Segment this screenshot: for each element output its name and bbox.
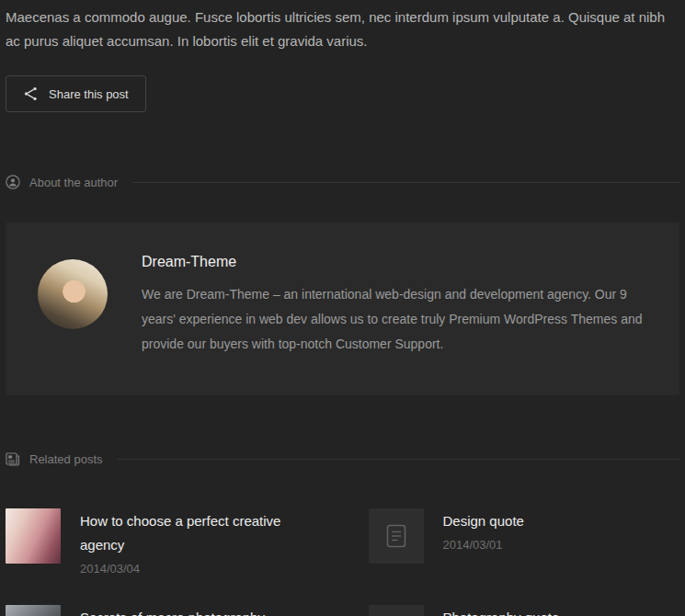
- share-button-label: Share this post: [49, 87, 129, 101]
- related-post-text: How to choose a perfect creative agency …: [80, 508, 317, 576]
- blog-post-page: Maecenas a commodo augue. Fusce lobortis…: [0, 0, 685, 616]
- related-posts-heading: Related posts: [6, 452, 679, 466]
- heading-divider: [118, 459, 680, 460]
- related-post-title[interactable]: Photography quote: [443, 606, 560, 616]
- related-post-text: Design quote 2014/03/01: [443, 508, 524, 552]
- related-post-item: Secrets of macro photography 2013/06/02: [6, 605, 317, 616]
- share-post-button[interactable]: Share this post: [6, 75, 146, 112]
- about-author-heading: About the author: [6, 175, 679, 189]
- related-post-item: How to choose a perfect creative agency …: [6, 508, 317, 576]
- related-post-item: Photography quote 2013/01/01: [369, 605, 680, 616]
- author-avatar: [38, 259, 108, 329]
- author-info: Dream-Theme We are Dream-Theme – an inte…: [142, 252, 647, 357]
- post-body-paragraph: Maecenas a commodo augue. Fusce lobortis…: [6, 6, 679, 53]
- related-post-date: 2014/03/01: [443, 538, 524, 552]
- heading-divider: [132, 182, 679, 183]
- related-posts-heading-label: Related posts: [29, 452, 103, 466]
- related-post-thumbnail[interactable]: [6, 605, 61, 616]
- related-post-text: Secrets of macro photography 2013/06/02: [80, 605, 265, 616]
- document-icon: [385, 524, 407, 548]
- related-post-item: Design quote 2014/03/01: [369, 508, 680, 576]
- related-posts-grid: How to choose a perfect creative agency …: [6, 508, 679, 616]
- related-post-title[interactable]: How to choose a perfect creative agency: [80, 509, 317, 557]
- author-box: Dream-Theme We are Dream-Theme – an inte…: [6, 222, 679, 395]
- author-name: Dream-Theme: [142, 254, 647, 270]
- author-bio: We are Dream-Theme – an international we…: [142, 282, 647, 357]
- author-icon: [6, 175, 20, 189]
- related-post-thumbnail[interactable]: [369, 605, 424, 616]
- related-post-thumbnail[interactable]: [369, 508, 424, 564]
- related-post-text: Photography quote 2013/01/01: [443, 605, 560, 616]
- related-post-thumbnail[interactable]: [6, 508, 61, 564]
- related-post-title[interactable]: Design quote: [443, 509, 524, 533]
- related-post-title[interactable]: Secrets of macro photography: [80, 606, 265, 616]
- share-icon: [23, 86, 39, 101]
- about-author-heading-label: About the author: [29, 176, 118, 189]
- related-post-date: 2014/03/04: [80, 562, 317, 576]
- related-posts-icon: [6, 452, 20, 466]
